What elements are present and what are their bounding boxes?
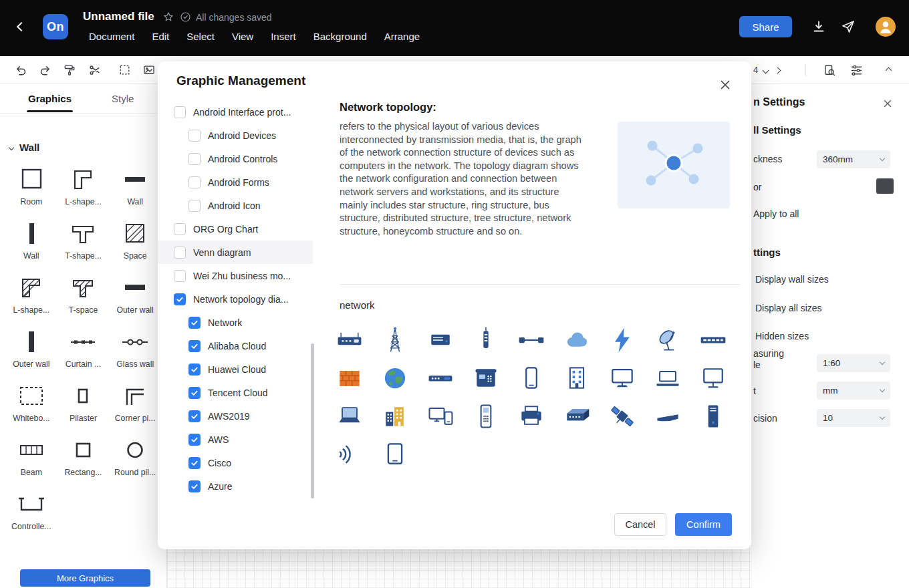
checkbox[interactable] [188, 340, 201, 352]
shape-curtain[interactable]: Curtain ... [57, 327, 110, 372]
shape-beam[interactable]: Beam [5, 435, 57, 480]
menu-document[interactable]: Document [89, 31, 134, 42]
checkbox[interactable] [188, 480, 201, 492]
shape-corner-pi[interactable]: Corner pi... [109, 381, 161, 426]
shape-t-shape[interactable]: T-shape... [57, 218, 110, 264]
tab-graphics[interactable]: Graphics [28, 93, 72, 104]
checkbox[interactable] [174, 270, 186, 282]
category-android-forms[interactable]: Android Forms [158, 170, 313, 194]
category-tencent-cloud[interactable]: Tencent Cloud [158, 381, 313, 404]
shape-wall[interactable]: Wall [5, 218, 57, 264]
shape-glass-wall[interactable]: Glass wall [109, 327, 161, 372]
shape-l-shape[interactable]: L-shape... [5, 273, 57, 318]
checkbox[interactable] [188, 457, 201, 469]
checkbox[interactable] [188, 200, 201, 212]
marquee-select-icon[interactable] [118, 63, 132, 78]
send-icon[interactable] [839, 18, 857, 35]
category-aws2019[interactable]: AWS2019 [158, 404, 313, 428]
undo-icon[interactable] [13, 63, 28, 78]
confirm-button[interactable]: Confirm [675, 513, 732, 536]
shape-l-shape[interactable]: L-shape... [57, 164, 110, 210]
menu-background[interactable]: Background [313, 31, 367, 42]
checkbox[interactable] [174, 223, 186, 235]
menu-arrange[interactable]: Arrange [384, 31, 420, 42]
checkbox[interactable] [174, 106, 186, 118]
shape-label: Wall [109, 197, 161, 206]
category-android-interface-prot[interactable]: Android Interface prot... [158, 100, 313, 124]
checkbox[interactable] [174, 293, 186, 305]
category-label: Cisco [208, 458, 231, 468]
shape-outer-wall[interactable]: Outer wall [5, 327, 57, 372]
favorite-star-icon[interactable] [161, 10, 176, 25]
modal-title: Graphic Management [176, 74, 305, 88]
category-alibaba-cloud[interactable]: Alibaba Cloud [158, 334, 313, 357]
toggle-hidden-sizes[interactable]: Hidden sizes [755, 331, 809, 341]
shape-rectang[interactable]: Rectang... [57, 435, 110, 480]
collapse-toolbar-chevron-up-icon[interactable] [881, 63, 896, 78]
category-network-topology-dia[interactable]: Network topology dia... [158, 287, 313, 311]
scissors-icon[interactable] [88, 63, 102, 78]
category-android-icon[interactable]: Android Icon [158, 194, 313, 217]
category-list-scrollbar[interactable] [311, 343, 314, 498]
checkbox[interactable] [188, 363, 201, 376]
shape-wall[interactable]: Wall [109, 164, 161, 210]
measuring-scale-select[interactable]: 1:60 [817, 354, 890, 372]
glass-icon [109, 327, 161, 357]
checkbox[interactable] [188, 176, 201, 188]
cancel-button[interactable]: Cancel [614, 513, 666, 536]
share-button[interactable]: Share [739, 16, 792, 37]
precision-select[interactable]: 10 [817, 409, 890, 427]
shape-t-space[interactable]: T-space [57, 273, 110, 318]
category-venn-diagram[interactable]: Venn diagram [158, 241, 313, 264]
shape-controlle[interactable]: Controlle... [5, 489, 57, 535]
category-aws[interactable]: AWS [158, 428, 313, 451]
checkbox[interactable] [188, 317, 201, 329]
wall-section-header[interactable]: Wall [9, 142, 39, 153]
checkbox[interactable] [188, 387, 201, 399]
category-network[interactable]: Network [158, 311, 313, 334]
wall-color-swatch[interactable] [876, 178, 894, 194]
category-azure[interactable]: Azure [158, 474, 313, 498]
more-graphics-button[interactable]: More Graphics [20, 569, 150, 587]
panel-close-icon[interactable] [882, 98, 894, 110]
user-avatar[interactable] [876, 17, 896, 37]
checkbox[interactable] [174, 247, 186, 259]
checkbox[interactable] [188, 153, 201, 165]
adjust-sliders-icon[interactable] [849, 63, 864, 78]
category-android-controls[interactable]: Android Controls [158, 147, 313, 170]
shape-whitebo[interactable]: Whitebo... [5, 381, 57, 426]
page-next-chevron-icon[interactable] [770, 63, 785, 78]
shape-outer-wall[interactable]: Outer wall [109, 273, 161, 318]
category-huawei-cloud[interactable]: Huawei Cloud [158, 357, 313, 381]
menu-select[interactable]: Select [186, 31, 215, 42]
category-android-devices[interactable]: Android Devices [158, 124, 313, 147]
category-org-org-chart[interactable]: ORG Org Chart [158, 217, 313, 241]
shape-pilaster[interactable]: Pilaster [57, 381, 110, 426]
redo-icon[interactable] [37, 63, 52, 78]
modal-close-icon[interactable] [717, 76, 734, 94]
insert-image-icon[interactable] [142, 63, 156, 78]
category-wei-zhu-business-mo[interactable]: Wei Zhu business mo... [158, 264, 313, 287]
checkbox[interactable] [188, 410, 201, 422]
tab-style[interactable]: Style [112, 93, 134, 104]
apply-to-all-label[interactable]: Apply to all [753, 208, 799, 219]
shape-room[interactable]: Room [5, 164, 57, 210]
shape-space[interactable]: Space [109, 218, 161, 264]
checkbox[interactable] [188, 130, 201, 142]
thickness-select[interactable]: 360mm [817, 150, 890, 168]
back-button[interactable] [12, 17, 31, 36]
category-cisco[interactable]: Cisco [158, 451, 313, 474]
unit-select[interactable]: mm [817, 382, 890, 400]
menu-view[interactable]: View [232, 31, 253, 42]
format-painter-icon[interactable] [62, 63, 77, 78]
shape-label: Controlle... [5, 522, 57, 531]
checkbox[interactable] [188, 434, 201, 446]
menu-insert[interactable]: Insert [271, 31, 296, 42]
shape-round-pil[interactable]: Round pil... [109, 435, 161, 480]
toggle-display-wall-sizes[interactable]: Display wall sizes [755, 274, 829, 285]
shape-label: Glass wall [109, 359, 161, 369]
toggle-display-all-sizes[interactable]: Display all sizes [755, 303, 822, 313]
menu-edit[interactable]: Edit [152, 31, 169, 42]
find-in-document-icon[interactable] [822, 63, 837, 78]
download-icon[interactable] [810, 18, 827, 35]
